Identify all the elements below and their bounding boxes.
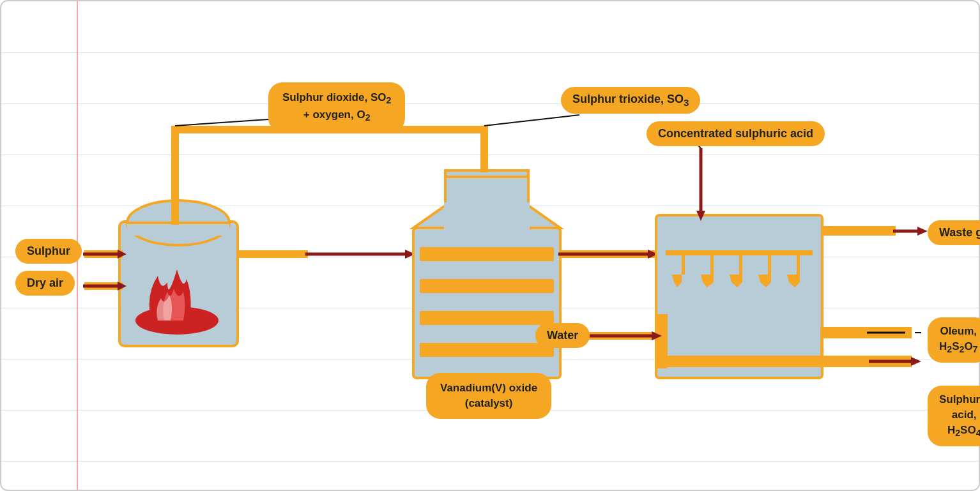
svg-rect-54 xyxy=(820,327,823,368)
svg-marker-46 xyxy=(652,331,662,340)
svg-rect-27 xyxy=(656,215,822,378)
svg-rect-0 xyxy=(119,222,238,346)
svg-rect-19 xyxy=(420,311,554,325)
label-so3: Sulphur trioxide, SO3 xyxy=(561,87,700,114)
svg-rect-33 xyxy=(797,255,800,275)
page: Sulphur Dry air Sulphur dioxide, SO2+ ox… xyxy=(0,0,980,491)
label-oleum: Oleum,H2S2O7 xyxy=(928,317,980,363)
oleum-text: Oleum,H2S2O7 xyxy=(939,325,977,352)
label-so2: Sulphur dioxide, SO2+ oxygen, O2 xyxy=(268,82,405,132)
label-dry-air: Dry air xyxy=(15,271,75,296)
h2so4-text: Sulphuric acid,H2SO4 xyxy=(939,393,980,436)
svg-rect-15 xyxy=(444,202,530,231)
label-waste-gases: Waste gases xyxy=(928,220,980,245)
label-conc-acid: Concentrated sulphuric acid xyxy=(647,121,825,146)
svg-rect-23 xyxy=(480,126,488,172)
svg-rect-35 xyxy=(656,314,668,368)
label-sulphur: Sulphur xyxy=(15,239,82,264)
svg-rect-34 xyxy=(656,356,912,367)
svg-rect-16 xyxy=(445,170,528,177)
svg-line-50 xyxy=(484,115,579,126)
svg-rect-21 xyxy=(171,126,179,225)
svg-rect-28 xyxy=(666,250,813,255)
svg-marker-43 xyxy=(917,227,928,236)
svg-rect-6 xyxy=(84,282,123,290)
svg-marker-8 xyxy=(118,250,126,259)
svg-point-4 xyxy=(135,306,218,335)
label-water: Water xyxy=(535,323,590,348)
svg-rect-11 xyxy=(238,250,308,258)
so3-text: Sulphur trioxide, SO3 xyxy=(572,93,689,105)
svg-rect-2 xyxy=(127,223,229,236)
svg-rect-14 xyxy=(413,228,560,378)
svg-rect-5 xyxy=(84,250,123,258)
svg-rect-3 xyxy=(127,222,229,224)
svg-rect-18 xyxy=(420,279,554,293)
svg-rect-44 xyxy=(589,332,658,340)
svg-marker-10 xyxy=(118,282,126,291)
svg-rect-31 xyxy=(739,255,742,275)
label-vanadium: Vanadium(V) oxide(catalyst) xyxy=(426,373,551,419)
svg-marker-13 xyxy=(405,250,415,259)
svg-rect-17 xyxy=(420,247,554,261)
svg-marker-26 xyxy=(648,250,658,259)
svg-rect-24 xyxy=(560,250,655,258)
svg-rect-36 xyxy=(822,356,912,367)
svg-rect-32 xyxy=(768,255,771,275)
svg-marker-40 xyxy=(911,357,921,366)
svg-rect-37 xyxy=(822,327,912,338)
svg-marker-48 xyxy=(696,211,705,221)
svg-rect-29 xyxy=(682,255,685,275)
svg-rect-20 xyxy=(420,343,554,357)
svg-point-1 xyxy=(127,200,229,245)
svg-rect-30 xyxy=(710,255,714,275)
label-sulphuric-acid: Sulphuric acid,H2SO4 xyxy=(928,386,980,446)
svg-rect-41 xyxy=(822,226,896,236)
so2-text: Sulphur dioxide, SO2+ oxygen, O2 xyxy=(282,91,391,121)
